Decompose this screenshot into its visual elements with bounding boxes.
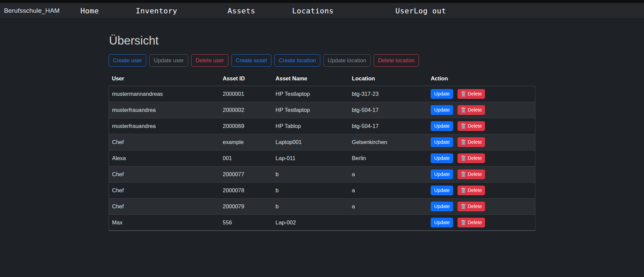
update-button[interactable]: Update (431, 89, 453, 99)
create-location-button[interactable]: Create location (274, 54, 320, 67)
delete-button[interactable]: Delete (458, 218, 485, 227)
table-row: Chef 2000079 b a Update (109, 198, 535, 214)
toolbar: Create user Update user Delete user Crea… (109, 54, 535, 67)
table-row: Chef 2000078 b a Update (109, 182, 535, 198)
create-user-button[interactable]: Create user (109, 54, 146, 67)
column-header-action: Action (428, 71, 535, 86)
update-button[interactable]: Update (431, 202, 453, 211)
update-button[interactable]: Update (431, 105, 453, 115)
cell-location: btg-504-17 (349, 102, 428, 118)
cell-location: btg-317-23 (349, 86, 428, 102)
delete-button[interactable]: Delete (458, 202, 485, 211)
navbar: Berufsschule_HAM Home Inventory Assets L… (0, 3, 644, 19)
delete-button[interactable]: Delete (458, 153, 485, 163)
cell-action: Update Delete (428, 198, 535, 214)
cell-asset-name: Lap-002 (273, 214, 349, 230)
delete-button[interactable]: Delete (458, 89, 485, 99)
cell-asset-name: b (273, 166, 349, 182)
cell-asset-id: 2000079 (220, 198, 273, 214)
cell-asset-id: example (220, 134, 273, 150)
table-row: musterfrauandrea 2000002 HP Testlaptop b… (109, 102, 535, 118)
cell-asset-id: 2000069 (220, 118, 273, 134)
cell-location: Berlin (349, 150, 428, 166)
cell-action: Update Delete (428, 86, 535, 102)
update-user-button[interactable]: Update user (149, 54, 188, 67)
cell-user: Chef (109, 134, 220, 150)
cell-asset-name: b (273, 198, 349, 214)
cell-user: Chef (109, 182, 220, 198)
nav-item-locations[interactable]: Locations (292, 7, 334, 15)
column-header-asset-id: Asset ID (220, 71, 273, 86)
trash-icon (461, 123, 466, 129)
cell-asset-name: HP Testlaptop (273, 102, 349, 118)
cell-location (349, 214, 428, 230)
table-header: User Asset ID Asset Name Location Action (109, 71, 535, 86)
table-row: Chef example Laptop001 Gelsenkirchen Upd… (109, 134, 535, 150)
update-button[interactable]: Update (431, 121, 453, 131)
update-button[interactable]: Update (431, 218, 453, 227)
delete-button[interactable]: Delete (458, 169, 485, 179)
trash-icon (461, 171, 466, 177)
table-body: mustermannandreas 2000001 HP Testlaptop … (109, 86, 535, 230)
update-button[interactable]: Update (431, 137, 453, 147)
trash-icon (461, 107, 466, 113)
cell-user: mustermannandreas (109, 86, 220, 102)
trash-icon (461, 188, 466, 193)
delete-location-button[interactable]: Delete location (374, 54, 419, 67)
column-header-location: Location (349, 71, 428, 86)
cell-asset-id: 556 (220, 214, 273, 230)
nav-item-home[interactable]: Home (80, 7, 99, 15)
cell-asset-name: HP Testlaptop (273, 86, 349, 102)
update-button[interactable]: Update (431, 169, 453, 179)
cell-asset-id: 001 (220, 150, 273, 166)
cell-user: Alexa (109, 150, 220, 166)
nav-item-inventory[interactable]: Inventory (136, 7, 177, 15)
trash-icon (461, 204, 466, 209)
cell-user: Chef (109, 198, 220, 214)
cell-action: Update Delete (428, 118, 535, 134)
cell-user: musterfrauandrea (109, 118, 220, 134)
cell-asset-id: 2000002 (220, 102, 273, 118)
update-button[interactable]: Update (431, 186, 453, 195)
delete-button[interactable]: Delete (458, 121, 485, 131)
create-asset-button[interactable]: Create asset (231, 54, 272, 67)
assets-table: User Asset ID Asset Name Location Action… (109, 71, 535, 231)
window-top-strip (0, 0, 644, 3)
trash-icon (461, 139, 466, 145)
update-button[interactable]: Update (431, 153, 453, 163)
delete-button[interactable]: Delete (458, 137, 485, 147)
page-title: Übersicht (109, 34, 535, 47)
cell-location: a (349, 166, 428, 182)
cell-asset-name: Lap-011 (273, 150, 349, 166)
trash-icon (461, 155, 466, 161)
main-content: Übersicht Create user Update user Delete… (109, 34, 535, 231)
table-row: Max 556 Lap-002 Update (109, 214, 535, 230)
column-header-asset-name: Asset Name (273, 71, 349, 86)
navbar-brand[interactable]: Berufsschule_HAM (4, 7, 60, 14)
table-row: musterfrauandrea 2000069 HP Tablop btg-5… (109, 118, 535, 134)
cell-asset-name: Laptop001 (273, 134, 349, 150)
cell-asset-name: b (273, 182, 349, 198)
cell-asset-name: HP Tablop (273, 118, 349, 134)
cell-user: musterfrauandrea (109, 102, 220, 118)
cell-location: a (349, 182, 428, 198)
table-row: Alexa 001 Lap-011 Berlin Update (109, 150, 535, 166)
nav-item-logout[interactable]: Log out (414, 7, 446, 15)
cell-location: a (349, 198, 428, 214)
cell-asset-id: 2000077 (220, 166, 273, 182)
update-location-button[interactable]: Update location (323, 54, 371, 67)
nav-item-user[interactable]: User (395, 7, 414, 15)
trash-icon (461, 91, 466, 96)
column-header-user: User (109, 71, 220, 86)
nav-list: Home Inventory Assets Locations User Log… (60, 7, 446, 15)
nav-item-assets[interactable]: Assets (228, 7, 255, 15)
delete-button[interactable]: Delete (458, 186, 485, 195)
cell-action: Update Delete (428, 182, 535, 198)
cell-asset-id: 2000078 (220, 182, 273, 198)
cell-user: Chef (109, 166, 220, 182)
delete-user-button[interactable]: Delete user (191, 54, 228, 67)
trash-icon (461, 220, 466, 225)
cell-action: Update Delete (428, 214, 535, 230)
delete-button[interactable]: Delete (458, 105, 485, 115)
cell-user: Max (109, 214, 220, 230)
